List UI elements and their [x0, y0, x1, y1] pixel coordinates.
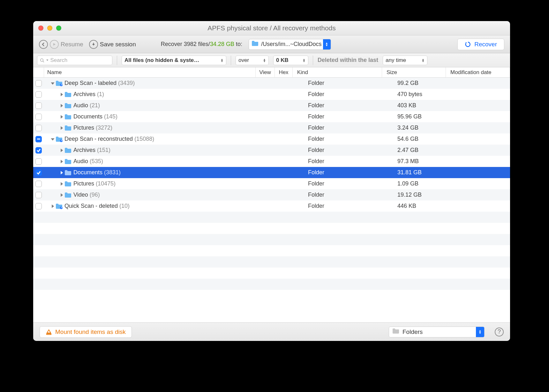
chevron-right-icon[interactable]	[59, 92, 64, 97]
file-filter-popup[interactable]: All files (no hidden & syste… ▲▼	[122, 56, 226, 65]
table-row[interactable]: Archives (151)Folder2.47 GB	[33, 145, 510, 156]
column-view[interactable]: View	[256, 67, 275, 77]
row-kind: Folder	[304, 89, 393, 100]
row-size: 54.6 GB	[393, 133, 457, 145]
column-name[interactable]: Name	[44, 67, 256, 77]
table-row[interactable]: Archives (1)Folder470 bytes	[33, 89, 510, 100]
time-filter-popup[interactable]: any time ▲▼	[383, 56, 427, 65]
chevron-right-icon[interactable]	[59, 182, 64, 186]
search-dropdown-icon[interactable]	[46, 59, 49, 61]
svg-point-7	[61, 207, 62, 208]
table-row[interactable]: Pictures (10475)Folder1.09 GB	[33, 178, 510, 189]
chevron-right-icon[interactable]	[59, 193, 64, 197]
chevron-down-icon[interactable]	[50, 137, 55, 141]
row-name: Documents	[73, 113, 102, 120]
row-count: (96)	[88, 192, 100, 198]
chevron-right-icon[interactable]	[59, 170, 64, 175]
column-size[interactable]: Size	[382, 67, 446, 77]
column-checkbox	[33, 67, 44, 77]
mount-disk-button[interactable]: Mount found items as disk	[40, 326, 132, 338]
row-view-cell	[267, 167, 286, 178]
table-row[interactable]: Deep Scan - reconstructed (15088)Folder5…	[33, 133, 510, 145]
row-checkbox[interactable]	[35, 102, 42, 109]
row-checkbox[interactable]	[35, 91, 42, 98]
row-checkbox[interactable]	[35, 114, 42, 120]
row-checkbox[interactable]	[35, 192, 42, 198]
row-modification-date	[457, 111, 510, 122]
table-row[interactable]: Pictures (3272)Folder3.24 GB	[33, 122, 510, 133]
recover-button[interactable]: Recover	[457, 39, 504, 50]
folder-icon	[56, 80, 63, 86]
row-view-cell	[267, 78, 286, 89]
separator	[117, 56, 117, 65]
combo-stepper-icon[interactable]: ▲▼	[323, 39, 331, 50]
table-row[interactable]: Video (96)Folder19.12 GB	[33, 189, 510, 200]
size-value-popup[interactable]: 0 KB ▲▼	[273, 56, 308, 65]
table-row[interactable]: Documents (3831)Folder31.81 GB	[33, 167, 510, 178]
chevron-right-icon[interactable]	[59, 103, 64, 108]
time-filter-value: any time	[386, 57, 406, 64]
row-size: 1.09 GB	[393, 178, 457, 189]
mount-disk-label: Mount found items as disk	[55, 328, 126, 335]
destination-path-combo[interactable]: /Users/im...~CloudDocs ▲▼	[249, 39, 331, 50]
table-row[interactable]: Audio (21)Folder403 KB	[33, 100, 510, 111]
row-checkbox[interactable]	[35, 147, 42, 154]
row-hex-cell	[286, 178, 304, 189]
size-op-value: over	[238, 57, 249, 64]
row-modification-date	[457, 78, 510, 89]
close-window-button[interactable]	[38, 26, 43, 31]
row-modification-date	[457, 167, 510, 178]
row-count: (10475)	[94, 180, 116, 187]
search-input[interactable]	[50, 57, 109, 64]
file-filter-value: All files (no hidden & syste…	[124, 57, 199, 64]
row-hex-cell	[286, 89, 304, 100]
folder-icon	[64, 92, 71, 97]
row-checkbox[interactable]	[35, 181, 42, 187]
folder-icon	[64, 192, 71, 198]
back-button[interactable]	[39, 40, 48, 49]
row-checkbox[interactable]	[35, 170, 42, 176]
size-op-popup[interactable]: over ▲▼	[236, 56, 269, 65]
row-checkbox[interactable]	[35, 136, 42, 142]
folder-icon	[64, 125, 71, 131]
combo-stepper-icon[interactable]: ▲▼	[476, 327, 484, 337]
row-name: Documents	[73, 169, 102, 176]
save-session-label[interactable]: Save session	[100, 41, 136, 48]
toolbar: Resume Save session Recover 3982 files/3…	[33, 35, 510, 53]
chevron-right-icon[interactable]	[50, 204, 55, 208]
save-session-button-icon[interactable]	[89, 40, 98, 49]
table-row[interactable]: Deep Scan - labeled (3439)Folder99.2 GB	[33, 78, 510, 89]
row-name: Deep Scan - reconstructed	[64, 136, 133, 142]
row-checkbox[interactable]	[35, 203, 42, 209]
file-list[interactable]: Deep Scan - labeled (3439)Folder99.2 GBA…	[33, 78, 510, 322]
empty-row	[33, 279, 510, 290]
row-count: (145)	[102, 113, 117, 120]
chevron-right-icon[interactable]	[59, 148, 64, 153]
chevron-down-icon[interactable]	[50, 81, 55, 86]
zoom-window-button[interactable]	[56, 26, 61, 31]
stepper-icon: ▲▼	[303, 58, 305, 62]
column-kind[interactable]: Kind	[293, 67, 382, 77]
row-view-cell	[267, 200, 286, 212]
column-hex[interactable]: Hex	[275, 67, 293, 77]
svg-line-1	[43, 61, 44, 62]
chevron-right-icon[interactable]	[59, 115, 64, 119]
search-field[interactable]	[37, 56, 112, 65]
row-checkbox[interactable]	[35, 125, 42, 131]
minimize-window-button[interactable]	[47, 26, 52, 31]
view-mode-popup[interactable]: Folders ▲▼	[389, 327, 485, 337]
resume-button-icon[interactable]	[50, 40, 59, 49]
chevron-right-icon[interactable]	[59, 159, 64, 164]
row-kind: Folder	[304, 111, 393, 122]
row-checkbox[interactable]	[35, 80, 42, 87]
row-view-cell	[267, 178, 286, 189]
table-row[interactable]: Audio (535)Folder97.3 MB	[33, 156, 510, 167]
table-row[interactable]: Documents (145)Folder95.96 GB	[33, 111, 510, 122]
row-checkbox[interactable]	[35, 158, 42, 165]
help-button[interactable]: ?	[495, 328, 504, 336]
row-view-cell	[267, 189, 286, 200]
search-icon	[40, 58, 44, 63]
column-modification-date[interactable]: Modification date	[446, 67, 510, 77]
table-row[interactable]: Quick Scan - deleted (10)Folder446 KB	[33, 200, 510, 212]
chevron-right-icon[interactable]	[59, 126, 64, 130]
